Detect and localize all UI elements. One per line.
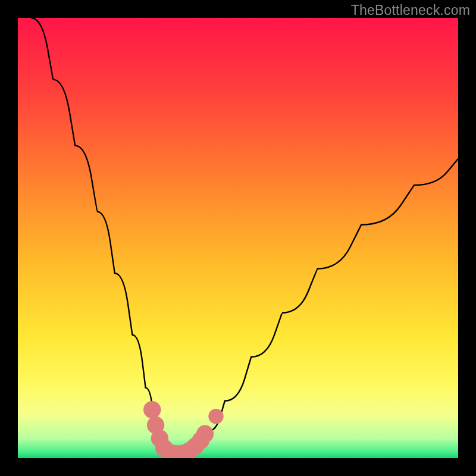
data-marker	[196, 425, 214, 443]
chart-curves	[18, 18, 458, 458]
data-marker	[143, 401, 161, 418]
chart-frame: TheBottleneck.com	[0, 0, 476, 476]
watermark-text: TheBottleneck.com	[351, 2, 470, 18]
data-marker	[208, 409, 223, 424]
bottleneck-curve	[31, 18, 458, 454]
plot-area	[18, 18, 458, 458]
data-markers	[143, 401, 224, 458]
